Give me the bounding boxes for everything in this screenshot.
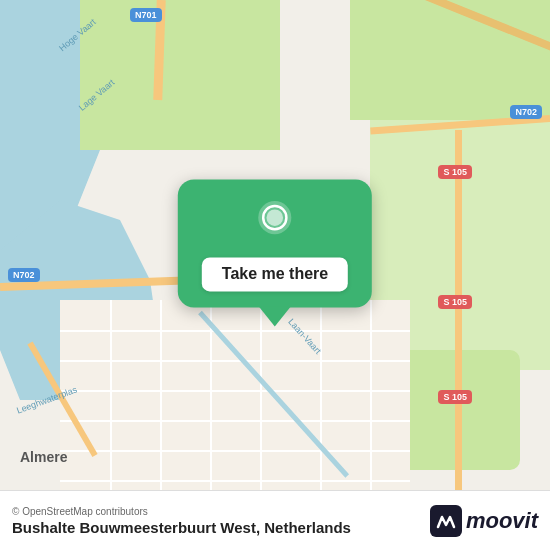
popup-bubble: Take me there [178,179,372,307]
map-container: Almere N701 N702 N702 S 105 S 105 S 105 … [0,0,550,550]
badge-s105-1: S 105 [438,165,472,179]
map-popup: Take me there [178,179,372,326]
copyright-text: © OpenStreetMap contributors [12,506,351,517]
street [60,450,410,452]
take-me-there-button[interactable]: Take me there [202,257,348,291]
badge-s105-3: S 105 [438,390,472,404]
city-label: Almere [20,449,67,465]
street [60,480,410,482]
green-area-top-left [80,0,280,150]
badge-n702-right: N702 [510,105,542,119]
bottom-bar: © OpenStreetMap contributors Bushalte Bo… [0,490,550,550]
popup-arrow [259,306,291,326]
badge-n701: N701 [130,8,162,22]
moovit-logo: moovit [430,505,538,537]
street [60,420,410,422]
svg-point-1 [267,209,284,226]
location-name: Bushalte Bouwmeesterbuurt West, Netherla… [12,519,351,536]
location-pin-icon [251,199,299,247]
moovit-icon [430,505,462,537]
green-area-top-right [350,0,550,120]
street [60,390,410,392]
bottom-left: © OpenStreetMap contributors Bushalte Bo… [12,506,351,536]
moovit-text: moovit [466,508,538,534]
badge-s105-2: S 105 [438,295,472,309]
badge-n702-left: N702 [8,268,40,282]
street [60,360,410,362]
road-s105 [455,130,462,550]
street [60,330,410,332]
